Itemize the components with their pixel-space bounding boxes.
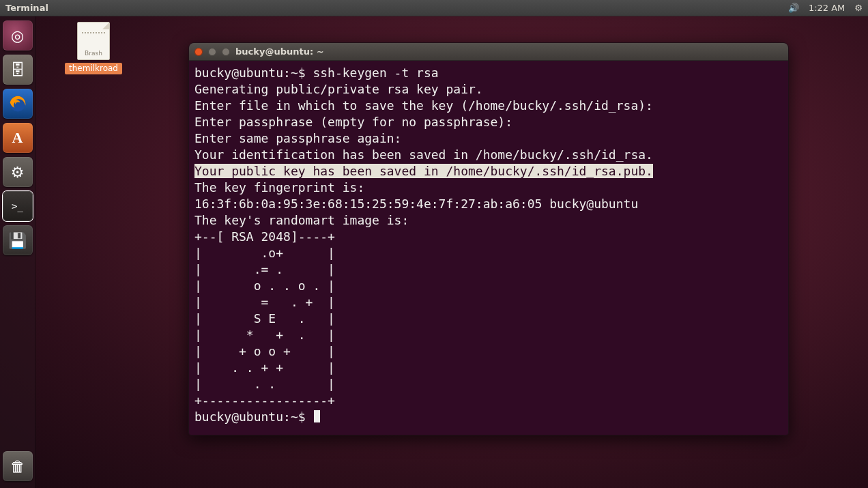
desktop-icon-label: themilkroad — [65, 63, 122, 74]
terminal-line: The key's randomart image is: — [194, 213, 409, 227]
window-title: bucky@ubuntu: ~ — [235, 46, 324, 57]
launcher-terminal[interactable]: >_ — [3, 191, 33, 221]
terminal-cursor — [314, 410, 320, 422]
terminal-line: | . . + + | — [194, 360, 335, 375]
terminal-line: +-----------------+ — [194, 393, 335, 407]
terminal-prompt: bucky@ubuntu:~$ — [194, 66, 313, 80]
settings-icon: ⚙ — [11, 164, 25, 181]
terminal-line: | o . . o . | — [194, 278, 335, 293]
window-titlebar[interactable]: bucky@ubuntu: ~ — [189, 43, 788, 61]
document-icon: Brash — [77, 22, 110, 60]
launcher-trash[interactable]: 🗑 — [3, 451, 33, 481]
terminal-line: | * + . | — [194, 328, 335, 342]
terminal-window[interactable]: bucky@ubuntu: ~ bucky@ubuntu:~$ ssh-keyg… — [188, 42, 789, 435]
floppy-icon: 💾 — [8, 232, 27, 249]
ubuntu-logo-icon: ◎ — [11, 27, 24, 44]
terminal-line: Your identification has been saved in /h… — [194, 147, 653, 162]
doc-preview-text: Brash — [78, 50, 109, 57]
terminal-line: Generating public/private rsa key pair. — [194, 82, 483, 96]
menubar-app-title: Terminal — [5, 3, 48, 13]
terminal-prompt: bucky@ubuntu:~$ — [194, 410, 313, 424]
desktop-file-icon[interactable]: Brash themilkroad — [63, 22, 124, 74]
terminal-line: Enter passphrase (empty for no passphras… — [194, 115, 512, 129]
terminal-line: | .o+ | — [194, 246, 335, 260]
window-maximize-button[interactable] — [222, 48, 230, 56]
files-icon: 🗄 — [10, 61, 25, 78]
window-minimize-button[interactable] — [208, 48, 216, 56]
terminal-line: Enter file in which to save the key (/ho… — [194, 98, 653, 113]
launcher-firefox[interactable] — [3, 89, 33, 119]
terminal-line: The key fingerprint is: — [194, 180, 364, 195]
terminal-line: | + o o + | — [194, 344, 335, 358]
trash-icon: 🗑 — [10, 458, 25, 475]
terminal-line: | S E . | — [194, 311, 335, 326]
terminal-line: | . . | — [194, 377, 335, 391]
launcher-settings[interactable]: ⚙ — [3, 157, 33, 187]
unity-launcher: ◎ 🗄 A ⚙ >_ 💾 🗑 — [0, 16, 35, 488]
terminal-selected-line: Your public key has been saved in /home/… — [194, 164, 653, 178]
terminal-line: | = . + | — [194, 295, 335, 309]
terminal-line: +--[ RSA 2048]----+ — [194, 229, 335, 244]
clock[interactable]: 1:22 AM — [809, 3, 845, 13]
terminal-line: 16:3f:6b:0a:95:3e:68:15:25:59:4e:7f:27:a… — [194, 197, 638, 211]
terminal-line: | .= . | — [194, 262, 335, 276]
terminal-body[interactable]: bucky@ubuntu:~$ ssh-keygen -t rsa Genera… — [189, 61, 788, 435]
gear-icon[interactable]: ⚙ — [854, 3, 863, 13]
firefox-icon — [8, 94, 27, 113]
launcher-save[interactable]: 💾 — [3, 225, 33, 255]
terminal-command: ssh-keygen -t rsa — [313, 66, 438, 80]
terminal-line: Enter same passphrase again: — [194, 131, 401, 145]
terminal-icon: >_ — [12, 201, 23, 212]
volume-icon[interactable]: 🔊 — [788, 3, 799, 13]
launcher-dash[interactable]: ◎ — [3, 20, 33, 51]
window-close-button[interactable] — [194, 48, 203, 56]
top-menubar: Terminal 🔊 1:22 AM ⚙ — [0, 0, 868, 16]
software-center-icon: A — [12, 129, 23, 147]
launcher-software-center[interactable]: A — [3, 123, 33, 153]
launcher-files[interactable]: 🗄 — [3, 55, 33, 85]
